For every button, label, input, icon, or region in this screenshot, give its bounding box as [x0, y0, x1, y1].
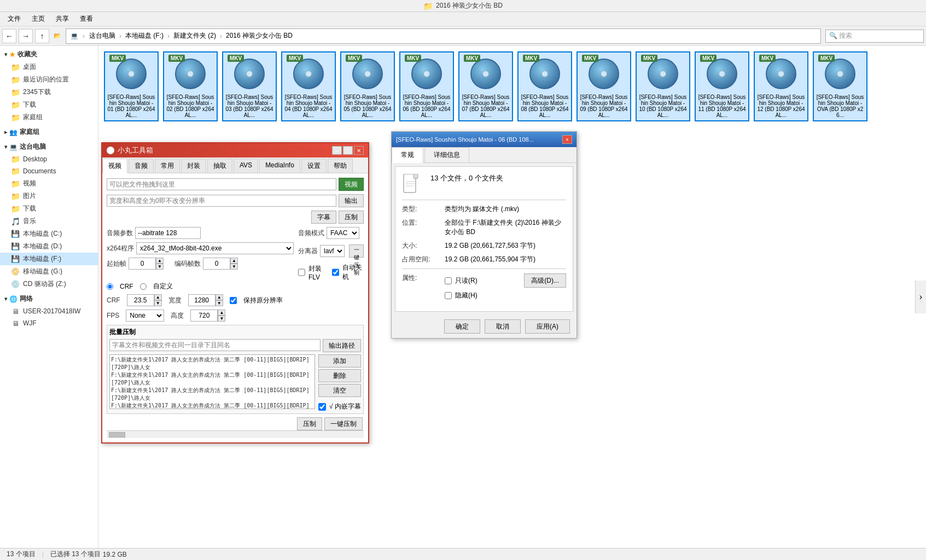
file-item[interactable]: MKV [SFEO-Raws] Soushin Shoujo Matoi - 0…	[281, 51, 336, 121]
toolbox-maximize-btn[interactable]: ◻	[343, 146, 353, 155]
sidebar-item-user1[interactable]: 🖥 USER-20170418IW	[0, 305, 98, 317]
props-tab-details[interactable]: 详细信息	[424, 147, 469, 162]
sidebar-item-homegroup2[interactable]: 📁 家庭组	[0, 111, 98, 124]
toolbox-tab-AVS[interactable]: AVS	[234, 159, 258, 173]
keep-aspect-checkbox[interactable]	[230, 297, 237, 304]
file-item[interactable]: MKV [SFEO-Raws] Soushin Shoujo Matoi - 0…	[340, 51, 395, 121]
readonly-checkbox[interactable]	[445, 277, 452, 284]
sidebar-item-download[interactable]: 📁 下载	[0, 98, 98, 111]
file-item[interactable]: MKV [SFEO-Raws] Soushin Shoujo Matoi - 0…	[163, 51, 218, 121]
crf-value-input[interactable]	[127, 294, 154, 306]
start-frame-down[interactable]: ▼	[156, 264, 164, 270]
toolbox-tab-设置[interactable]: 设置	[301, 159, 327, 173]
subtitle-btn[interactable]: 字幕	[311, 211, 336, 224]
toolbox-tab-封装[interactable]: 封装	[181, 159, 206, 173]
sidebar-item-driveg[interactable]: 📀 移动磁盘 (G:)	[0, 265, 98, 278]
compress-btn[interactable]: 压制	[297, 417, 322, 430]
menu-share[interactable]: 共享	[50, 13, 74, 25]
add-btn[interactable]: 添加	[318, 354, 361, 368]
toolbox-close-btn[interactable]: ✕	[354, 146, 364, 155]
menu-home[interactable]: 主页	[26, 13, 50, 25]
network-header[interactable]: ▾ 🌐 网络	[0, 293, 98, 305]
scroll-thumb[interactable]	[109, 432, 125, 438]
sidebar-item-videos[interactable]: 📁 视频	[0, 177, 98, 190]
clear-btn[interactable]: 清空	[318, 384, 361, 397]
props-close-btn[interactable]: ×	[562, 135, 572, 144]
file-item[interactable]: MKV [SFEO-Raws] Soushin Shoujo Matoi - 0…	[104, 51, 159, 121]
sidebar-item-drivez[interactable]: 💿 CD 驱动器 (Z:)	[0, 278, 98, 290]
thispc-header[interactable]: ▾ 💻 这台电脑	[0, 141, 98, 153]
sidebar-item-pictures[interactable]: 📁 图片	[0, 190, 98, 202]
separator-select[interactable]: lavf	[320, 245, 345, 257]
fps-select[interactable]: None	[126, 310, 164, 322]
batch-path-input[interactable]	[109, 339, 321, 351]
custom-radio[interactable]	[140, 283, 147, 290]
start-frame-up[interactable]: ▲	[156, 258, 164, 264]
cancel-btn[interactable]: 取消	[485, 319, 521, 334]
ok-btn[interactable]: 确定	[444, 319, 480, 334]
hidden-checkbox[interactable]	[445, 292, 452, 299]
onekey-compress-btn[interactable]: 一键压制	[324, 417, 363, 430]
scrollbar-h[interactable]	[107, 430, 364, 438]
file-item[interactable]: MKV [SFEO-Raws] Soushin Shoujo Matoi - 1…	[636, 51, 690, 121]
sidebar-item-downloads[interactable]: 📁 下载	[0, 202, 98, 215]
apply-btn[interactable]: 应用(A)	[525, 319, 570, 334]
scroll-right-arrow[interactable]: ›	[915, 281, 926, 313]
advanced-btn[interactable]: 高级(D)...	[524, 273, 566, 288]
crf-radio[interactable]	[107, 283, 113, 290]
breadcrumb-folder[interactable]: 新建文件夹 (2)	[173, 31, 216, 40]
onekey-encode-btn[interactable]: 一键压制	[349, 244, 364, 258]
audio-params-input[interactable]	[135, 227, 201, 239]
favorites-header[interactable]: ▾ ★ 收藏夹	[0, 48, 98, 61]
sidebar-item-wjf[interactable]: 🖥 WJF	[0, 317, 98, 329]
toolbox-tab-常用[interactable]: 常用	[155, 159, 180, 173]
height-input[interactable]	[190, 310, 218, 322]
toolbox-tab-视频[interactable]: 视频	[102, 159, 127, 173]
breadcrumb-current[interactable]: 2016 神装少女小缶 BD	[226, 31, 293, 40]
x264-select[interactable]: x264_32_tMod-8bit-420.exe	[136, 242, 294, 254]
output-path-btn[interactable]: 输出路径	[323, 339, 361, 352]
encode-frames-input[interactable]	[203, 258, 230, 270]
inner-subtitle-checkbox[interactable]	[318, 403, 326, 411]
width-input[interactable]	[188, 294, 216, 306]
homegroup-header[interactable]: ▸ 👥 家庭组	[0, 126, 98, 138]
menu-view[interactable]: 查看	[74, 13, 98, 25]
sidebar-item-music[interactable]: 🎵 音乐	[0, 215, 98, 228]
output-btn[interactable]: 输出	[339, 194, 364, 207]
auto-shutdown-checkbox[interactable]	[332, 269, 339, 276]
file-item[interactable]: MKV [SFEO-Raws] Soushin Shoujo Matoi - 0…	[458, 51, 513, 121]
encode-frames-up[interactable]: ▲	[230, 258, 238, 264]
file-item[interactable]: MKV [SFEO-Raws] Soushin Shoujo Matoi - 0…	[222, 51, 277, 121]
up-button[interactable]: ↑	[35, 29, 49, 43]
search-bar[interactable]: 🔍 搜索	[825, 30, 924, 43]
breadcrumb-drive[interactable]: 本地磁盘 (F:)	[125, 31, 164, 40]
file-item[interactable]: MKV [SFEO-Raws] Soushin Shoujo Matoi - 0…	[399, 51, 454, 121]
file-item[interactable]: MKV [SFEO-Raws] Soushin Shoujo Matoi - 1…	[695, 51, 749, 121]
file-item[interactable]: MKV [SFEO-Raws] Soushin Shoujo Matoi - 0…	[517, 51, 572, 121]
sidebar-item-documents[interactable]: 📁 Documents	[0, 165, 98, 177]
height-up[interactable]: ▲	[218, 310, 225, 316]
breadcrumb-thispc[interactable]: 这台电脑	[89, 31, 115, 40]
back-button[interactable]: ←	[2, 29, 16, 43]
toolbox-minimize-btn[interactable]: –	[332, 146, 342, 155]
width-down[interactable]: ▼	[216, 300, 223, 306]
encode-frames-down[interactable]: ▼	[230, 264, 238, 270]
sidebar-item-drivec[interactable]: 💾 本地磁盘 (C:)	[0, 228, 98, 240]
toolbox-tab-抽取[interactable]: 抽取	[207, 159, 232, 173]
props-tab-general[interactable]: 常规	[392, 147, 423, 163]
toolbox-tab-音频[interactable]: 音频	[129, 159, 154, 173]
sidebar-item-drivef[interactable]: 💾 本地磁盘 (F:)	[0, 253, 98, 265]
sidebar-item-desktop[interactable]: 📁 桌面	[0, 61, 98, 73]
sidebar-item-drived[interactable]: 💾 本地磁盘 (D:)	[0, 240, 98, 253]
remove-btn[interactable]: 删除	[318, 369, 361, 382]
encode-btn[interactable]: 压制	[339, 211, 364, 224]
toolbox-tab-MediaInfo[interactable]: MediaInfo	[259, 159, 300, 173]
crf-up[interactable]: ▲	[154, 294, 162, 300]
output-input[interactable]	[107, 195, 336, 207]
menu-file[interactable]: 文件	[2, 13, 26, 25]
sidebar-item-recent[interactable]: 📁 最近访问的位置	[0, 73, 98, 86]
file-item[interactable]: MKV [SFEO-Raws] Soushin Shoujo Matoi - 0…	[576, 51, 631, 121]
file-item[interactable]: MKV [SFEO-Raws] Soushin Shoujo Matoi - 1…	[754, 51, 808, 121]
video-input[interactable]	[107, 178, 336, 190]
sidebar-item-2345[interactable]: 📁 2345下载	[0, 86, 98, 98]
